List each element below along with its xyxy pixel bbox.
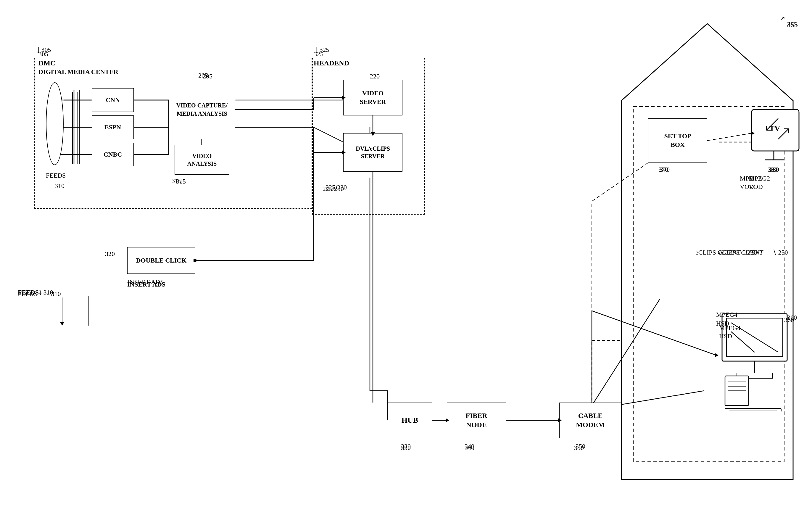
svg-marker-92 [60, 322, 64, 325]
feeds-oval [46, 82, 64, 165]
video-analysis-label-1: VIDEO [187, 152, 216, 160]
cnn-box: CNN [92, 88, 134, 112]
tv-label: TV [770, 124, 780, 133]
dvl-server-box: DVL/eCLIPS SERVER [343, 133, 402, 172]
ref-355-arrow: ↗ [780, 15, 785, 23]
dvl-server-label-2: SERVER [356, 152, 390, 160]
cnbc-box: CNBC [92, 143, 134, 166]
vod-text: VOD [740, 183, 754, 191]
insert-ads-text: INSERT ADS [127, 281, 166, 288]
cable-modem-label-1: CABLE [576, 411, 605, 420]
video-analysis-box: VIDEO ANALYSIS [175, 145, 229, 175]
cable-modem-label-2: MODEM [576, 420, 605, 429]
video-analysis-label-2: ANALYSIS [187, 160, 216, 168]
video-server-label-2: SERVER [360, 98, 386, 106]
ref-220: 220 [370, 73, 380, 80]
fiber-node-label-2: NODE [465, 420, 487, 429]
ref-225-230: 225/230 [323, 185, 344, 193]
video-capture-box: VIDEO CAPTURE/ MEDIA ANALYSIS [169, 80, 235, 139]
double-click-label: DOUBLE CLICK [136, 256, 187, 265]
cnn-label: CNN [106, 96, 120, 105]
hsd-text: HSD [719, 332, 732, 340]
ref-380: 380 [768, 166, 778, 173]
headend-label: HEADEND [314, 59, 349, 67]
ref-330: 330 [401, 443, 411, 450]
set-top-box: SET TOP BOX [648, 118, 707, 163]
mpeg2-vod-label: MPEG2 [740, 175, 761, 182]
feeds-number-bottom: 310 [55, 182, 64, 190]
ref-320: 320 [105, 250, 115, 258]
video-server-box: VIDEO SERVER [343, 80, 402, 115]
ref-305-bracket: ⌋ 305 [37, 46, 51, 54]
espn-box: ESPN [92, 115, 134, 139]
fiber-node-label-1: FIBER [465, 411, 487, 420]
feeds-left-label: FEEDS [18, 289, 39, 296]
dvl-server-label-1: DVL/eCLIPS [356, 145, 390, 152]
espn-label: ESPN [105, 123, 121, 132]
eclips-client-number: ∖ 250 [772, 249, 788, 256]
ref-325-bracket: ⌋ 325 [315, 46, 329, 54]
cnbc-label: CNBC [104, 150, 122, 159]
double-click-box: DOUBLE CLICK [127, 247, 195, 274]
fiber-node-box: FIBER NODE [447, 402, 506, 438]
tv-icon [749, 107, 802, 166]
mpeg4-label: MPEG4 [716, 311, 737, 318]
ref-315: 315 [172, 177, 181, 185]
video-capture-label: VIDEO CAPTURE/ [176, 101, 228, 110]
ref-205: 205 [198, 72, 208, 79]
hub-label: HUB [402, 415, 418, 425]
ref-360: 360 [784, 316, 794, 324]
ref-355: 355 [787, 20, 797, 28]
dmc-full-label: DIGITAL MEDIA CENTER [38, 68, 118, 76]
video-server-label-1: VIDEO [360, 89, 386, 98]
diagram: DMC DIGITAL MEDIA CENTER 305 HEADEND 325… [0, 0, 812, 510]
cable-modem-box: CABLE MODEM [559, 402, 621, 438]
hub-box: HUB [388, 402, 432, 438]
feeds-left-arrow: ⤵ 310 [38, 289, 53, 296]
ref-350: 350 [576, 443, 585, 450]
dmc-label: DMC [38, 59, 55, 67]
feeds-label-bottom: FEEDS [46, 172, 66, 179]
set-top-box-label-2: BOX [664, 141, 691, 149]
ref-340: 340 [465, 443, 474, 450]
eclips-client-text: eCLIPS CLIENT ⤵ 250 [695, 249, 757, 256]
mpeg4-hsd-label: MPEG4 [719, 324, 741, 332]
ref-370: 370 [660, 166, 670, 173]
media-analysis-label: MEDIA ANALYSIS [176, 110, 228, 118]
set-top-box-label-1: SET TOP [664, 132, 691, 141]
